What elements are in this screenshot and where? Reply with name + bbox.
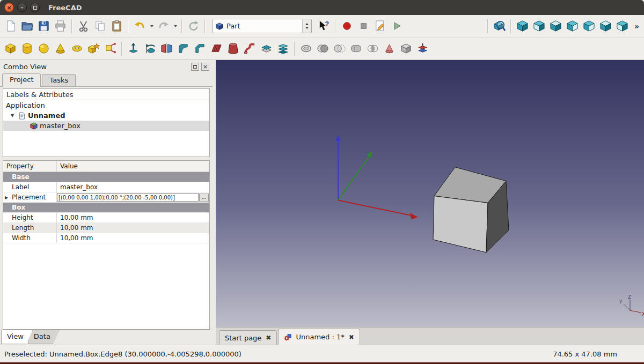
redo-dropdown-button[interactable] (172, 18, 178, 34)
fit-all-button[interactable] (492, 18, 507, 34)
window-minimize-button[interactable]: – (17, 3, 27, 12)
chamfer-button[interactable] (192, 41, 208, 57)
top-view-button[interactable] (548, 18, 564, 34)
cross-sections-button[interactable] (275, 41, 291, 57)
toolbar-overflow-button[interactable]: » (632, 22, 641, 31)
mirror-button[interactable] (159, 41, 174, 57)
macro-stop-button[interactable] (356, 18, 371, 34)
right-view-button[interactable] (565, 18, 580, 34)
placement-edit-button[interactable]: ... (199, 194, 209, 202)
3d-scene[interactable]: Z Y X (216, 60, 644, 327)
box-button[interactable] (3, 41, 18, 57)
window-maximize-button[interactable] (30, 3, 40, 12)
sphere-button[interactable] (36, 41, 52, 57)
tree-label: master_box (40, 122, 80, 130)
cut-button[interactable] (76, 18, 91, 34)
box-solid[interactable] (433, 167, 509, 252)
revolve-button[interactable] (142, 41, 158, 57)
extrude-icon (127, 42, 140, 55)
loft-icon (227, 42, 239, 55)
origin-axes (335, 135, 418, 219)
property-value[interactable]: master_box (57, 182, 209, 192)
property-value[interactable]: [(0,00 0,00 1,00);0,00 °;(20,00 -5,00 0,… (57, 192, 209, 202)
front-view-button[interactable] (531, 18, 547, 34)
left-view-button[interactable] (614, 18, 630, 34)
property-row-width[interactable]: Width 10,00 mm (3, 233, 209, 243)
boolean-union-button[interactable] (348, 41, 364, 57)
refresh-button[interactable] (186, 18, 201, 34)
close-tab-icon[interactable]: ✖ (266, 334, 271, 341)
undo-button[interactable] (132, 18, 148, 34)
close-panel-button[interactable]: × (201, 63, 209, 71)
undo-dropdown-button[interactable] (149, 18, 155, 34)
cylinder-button[interactable] (19, 41, 35, 57)
ruled-surface-button[interactable] (209, 41, 224, 57)
compound-button[interactable] (398, 41, 414, 57)
copy-button[interactable] (92, 18, 108, 34)
paste-button[interactable] (109, 18, 125, 34)
loft-button[interactable] (225, 41, 241, 57)
boolean-button[interactable] (315, 41, 331, 57)
tab-start-page[interactable]: Start page ✖ (219, 330, 277, 345)
tree-item-application[interactable]: Application (3, 100, 209, 110)
fillet-button[interactable] (175, 41, 191, 57)
boolean-common-button[interactable] (365, 41, 380, 57)
collapse-arrow-icon[interactable]: ▼ (11, 113, 16, 118)
redo-button[interactable] (156, 18, 171, 34)
section-button[interactable] (259, 41, 274, 57)
axonometric-view-button[interactable] (515, 18, 530, 34)
tree-item-unnamed[interactable]: ▼ Unnamed (3, 110, 209, 121)
macro-play-icon (391, 20, 403, 32)
whats-this-button[interactable]: ? (316, 18, 332, 34)
new-document-button[interactable] (3, 18, 18, 34)
macro-play-button[interactable] (389, 18, 405, 34)
section-cut-button[interactable] (415, 41, 430, 57)
macro-edit-button[interactable] (372, 18, 388, 34)
property-name: ▶ Placement (3, 192, 57, 202)
rear-view-button[interactable] (581, 18, 597, 34)
property-value[interactable]: 10,00 mm (57, 213, 209, 222)
open-document-button[interactable] (19, 18, 35, 34)
macro-record-button[interactable] (339, 18, 355, 34)
left-view-icon (616, 20, 628, 32)
toolbar-separator (128, 19, 129, 33)
defeaturing-button[interactable] (382, 41, 397, 57)
tree-item-master-box[interactable]: master_box (3, 121, 209, 131)
cone-button[interactable] (53, 41, 68, 57)
close-tab-icon[interactable]: ✖ (349, 333, 354, 341)
close-panel-icon: × (203, 64, 208, 70)
bottom-view-button[interactable] (598, 18, 613, 34)
property-row-label[interactable]: Label master_box (3, 182, 209, 192)
workbench-selector[interactable]: Part (212, 19, 312, 33)
float-panel-button[interactable] (191, 63, 199, 71)
window-close-button[interactable]: × (4, 3, 14, 12)
tab-project[interactable]: Project (2, 73, 41, 87)
torus-button[interactable] (69, 41, 85, 57)
toolbar-separator (204, 19, 206, 33)
sweep-button[interactable] (242, 41, 258, 57)
3d-viewport[interactable]: Z Y X (216, 60, 644, 327)
property-row-placement[interactable]: ▶ Placement [(0,00 0,00 1,00);0,00 °;(20… (3, 192, 209, 203)
tree-label: Application (6, 101, 45, 109)
workbench-spinner[interactable] (302, 19, 311, 33)
tab-unnamed-document[interactable]: Unnamed : 1* ✖ (278, 329, 360, 345)
titlebar[interactable]: × – FreeCAD (0, 0, 644, 15)
shape-builder-button[interactable] (103, 41, 118, 57)
property-value[interactable]: 10,00 mm (57, 233, 209, 243)
primitives-button[interactable] (86, 41, 101, 57)
save-button[interactable] (36, 18, 52, 34)
placement-value[interactable]: [(0,00 0,00 1,00);0,00 °;(20,00 -5,00 0,… (57, 195, 198, 200)
property-row-height[interactable]: Height 10,00 mm (3, 213, 209, 223)
boolean-cut-button[interactable] (332, 41, 347, 57)
property-value[interactable]: 10,00 mm (57, 223, 209, 233)
cylinder-icon (21, 42, 33, 55)
offset-button[interactable] (298, 41, 314, 57)
expand-arrow-icon[interactable]: ▶ (5, 195, 8, 200)
property-row-length[interactable]: Length 10,00 mm (3, 223, 209, 233)
revolve-icon (144, 42, 156, 55)
tree-header: Labels & Attributes (3, 89, 209, 100)
tab-tasks[interactable]: Tasks (42, 74, 76, 86)
extrude-button[interactable] (126, 41, 141, 57)
tab-data[interactable]: Data (28, 330, 60, 344)
print-button[interactable] (53, 18, 68, 34)
